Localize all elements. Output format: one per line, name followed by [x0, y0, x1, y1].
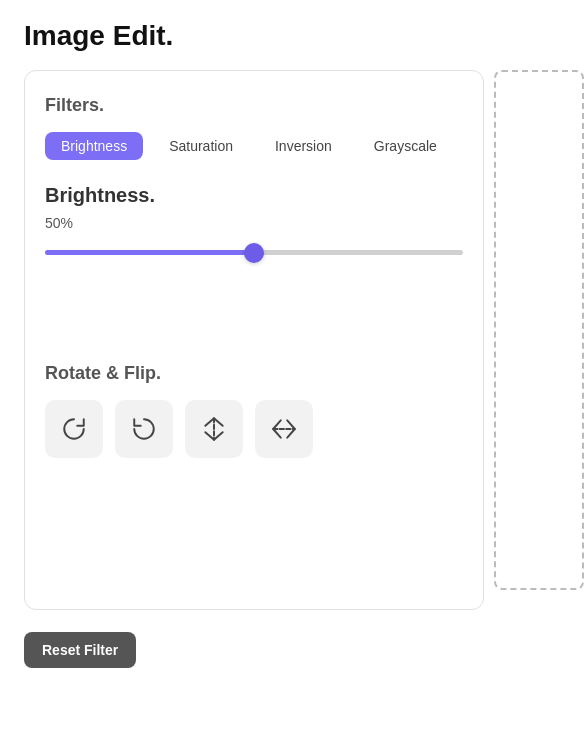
tab-inversion[interactable]: Inversion [259, 132, 348, 160]
reset-filter-button[interactable]: Reset Filter [24, 632, 136, 668]
brightness-title: Brightness. [45, 184, 463, 207]
rotate-flip-buttons [45, 400, 463, 458]
brightness-slider-container [45, 241, 463, 259]
filters-label: Filters. [45, 95, 463, 116]
brightness-value: 50% [45, 215, 463, 231]
flip-horizontal-icon [271, 416, 297, 442]
flip-horizontal-button[interactable] [255, 400, 313, 458]
page-title: Image Edit. [24, 20, 562, 52]
flip-vertical-button[interactable] [185, 400, 243, 458]
rotate-right-button[interactable] [45, 400, 103, 458]
brightness-slider[interactable] [45, 250, 463, 255]
tab-saturation[interactable]: Saturation [153, 132, 249, 160]
image-preview-panel [494, 70, 584, 590]
rotate-right-icon [61, 416, 87, 442]
rotate-left-button[interactable] [115, 400, 173, 458]
main-layout: Filters. Brightness Saturation Inversion… [24, 70, 562, 610]
flip-vertical-icon [201, 416, 227, 442]
bottom-bar: Reset Filter [24, 632, 562, 668]
filter-tabs: Brightness Saturation Inversion Grayscal… [45, 132, 463, 160]
rotate-flip-label: Rotate & Flip. [45, 363, 463, 384]
tab-grayscale[interactable]: Grayscale [358, 132, 453, 160]
left-panel: Filters. Brightness Saturation Inversion… [24, 70, 484, 610]
tab-brightness[interactable]: Brightness [45, 132, 143, 160]
empty-preview-area [45, 283, 463, 363]
rotate-left-icon [131, 416, 157, 442]
